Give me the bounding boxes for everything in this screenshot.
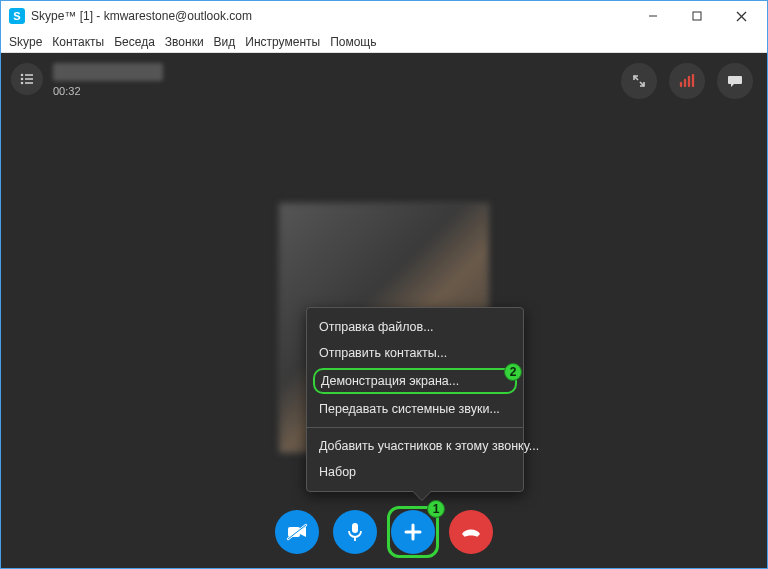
call-duration: 00:32 (53, 85, 163, 97)
menu-item-send-contacts[interactable]: Отправить контакты... (307, 340, 523, 366)
menu-help[interactable]: Помощь (330, 35, 376, 49)
close-button[interactable] (719, 2, 763, 30)
call-top-controls (621, 63, 753, 99)
svg-point-6 (21, 78, 24, 81)
popup-tail (413, 491, 431, 500)
camera-off-icon (286, 523, 308, 541)
hangup-button[interactable] (449, 510, 493, 554)
mic-toggle-button[interactable] (333, 510, 377, 554)
skype-icon: S (9, 8, 25, 24)
menu-contacts[interactable]: Контакты (52, 35, 104, 49)
svg-rect-13 (352, 523, 358, 533)
menu-conversation[interactable]: Беседа (114, 35, 155, 49)
svg-point-4 (21, 74, 24, 77)
call-quality-button[interactable] (669, 63, 705, 99)
window-controls (631, 2, 763, 30)
menu-skype[interactable]: Skype (9, 35, 42, 49)
more-actions-menu: Отправка файлов... Отправить контакты...… (306, 307, 524, 492)
hangup-icon (459, 524, 483, 540)
chat-icon (727, 74, 743, 88)
menu-item-share-screen[interactable]: Демонстрация экрана... 2 (313, 368, 517, 394)
more-actions-button[interactable]: 1 (391, 510, 435, 554)
svg-point-8 (21, 82, 24, 85)
minimize-button[interactable] (631, 2, 675, 30)
window-title: Skype™ [1] - kmwarestone@outlook.com (31, 9, 631, 23)
titlebar: S Skype™ [1] - kmwarestone@outlook.com (1, 1, 767, 31)
menu-calls[interactable]: Звонки (165, 35, 204, 49)
menu-item-share-audio[interactable]: Передавать системные звуки... (307, 396, 523, 422)
contact-name-blurred (53, 63, 163, 81)
annotation-badge-2: 2 (504, 363, 522, 381)
participants-list-button[interactable] (11, 63, 43, 95)
call-title-block: 00:32 (53, 63, 163, 97)
mic-icon (347, 522, 363, 542)
svg-rect-1 (693, 12, 701, 20)
menu-item-dial[interactable]: Набор (307, 459, 523, 485)
call-area: 00:32 (1, 53, 767, 568)
menu-item-add-participants[interactable]: Добавить участников к этому звонку... (307, 433, 523, 459)
signal-icon (679, 74, 695, 88)
menu-tools[interactable]: Инструменты (245, 35, 320, 49)
camera-toggle-button[interactable] (275, 510, 319, 554)
menubar: Skype Контакты Беседа Звонки Вид Инструм… (1, 31, 767, 53)
menu-item-send-files[interactable]: Отправка файлов... (307, 314, 523, 340)
fullscreen-button[interactable] (621, 63, 657, 99)
fullscreen-icon (632, 74, 646, 88)
list-icon (19, 72, 35, 86)
menu-item-share-screen-label: Демонстрация экрана... (321, 374, 459, 388)
menu-separator (307, 427, 523, 428)
chat-button[interactable] (717, 63, 753, 99)
call-controls: 1 (275, 510, 493, 554)
app-window: S Skype™ [1] - kmwarestone@outlook.com S… (0, 0, 768, 569)
menu-view[interactable]: Вид (214, 35, 236, 49)
maximize-button[interactable] (675, 2, 719, 30)
call-info: 00:32 (11, 63, 163, 97)
annotation-badge-1: 1 (427, 500, 445, 518)
